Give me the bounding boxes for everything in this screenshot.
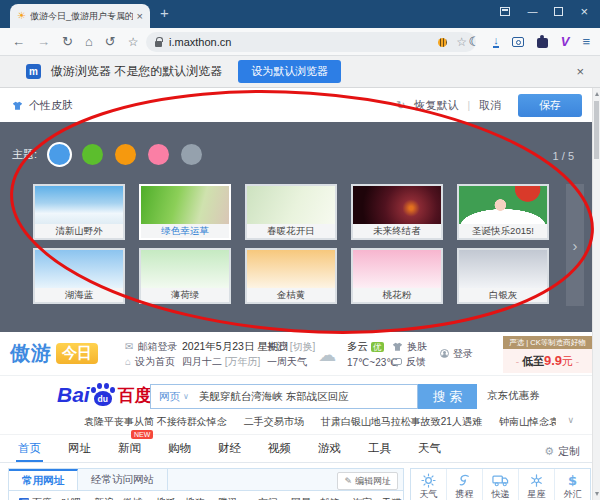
ad-banner[interactable]: 严选 | CK等制造商好物 - 低至9.9元 - <box>503 336 592 373</box>
bottom-tab[interactable]: 经常访问网站 <box>78 469 168 490</box>
nav-tab[interactable]: 工具 <box>368 441 391 456</box>
set-default-button[interactable]: 设为默认浏览器 <box>238 60 341 83</box>
maxthon-today-logo[interactable]: 傲游 今日 <box>10 340 98 367</box>
scroll-down-icon[interactable] <box>595 492 599 496</box>
cloud-icon: ☁ <box>318 344 336 366</box>
shirt-icon <box>12 101 23 110</box>
calendar-link[interactable]: [万年历] <box>225 356 261 367</box>
notification-close-icon[interactable]: × <box>576 64 584 79</box>
login-link[interactable]: 登录 <box>453 346 473 361</box>
skin-card[interactable]: 清新山野外 <box>33 184 125 240</box>
new-tab-button[interactable]: + <box>160 4 169 21</box>
week-weather-link[interactable]: 一周天气 <box>267 354 315 369</box>
nav-tab[interactable]: 首页 <box>18 441 41 456</box>
browser-tab[interactable]: ☀ 傲游今日_傲游用户专属的网址导 × <box>10 4 150 28</box>
home-icon[interactable]: ⌂ <box>85 34 93 49</box>
skin-card[interactable]: 绿色幸运草 <box>139 184 231 240</box>
scroll-up-icon[interactable] <box>595 92 599 96</box>
theme-color-dot-4[interactable] <box>148 144 169 165</box>
skin-card[interactable]: 薄荷绿 <box>139 248 231 304</box>
tab-close-icon[interactable]: × <box>137 10 143 22</box>
hot-search-link[interactable]: 袁隆平丧事从简 不接待群众悼念 <box>84 415 227 429</box>
address-bar[interactable]: i.maxthon.cn ☆ <box>146 32 476 52</box>
window-panel-icon[interactable] <box>500 7 510 16</box>
quick-link[interactable]: 搜狐 · 搜狗 <box>156 496 205 500</box>
theme-color-dot-2[interactable] <box>82 144 103 165</box>
skin-thumbnail <box>459 250 547 288</box>
window-close-button[interactable]: × <box>580 7 588 16</box>
feedback-link[interactable]: 反馈 <box>406 354 426 369</box>
favorites-star-icon[interactable]: ☆ <box>128 35 139 49</box>
customize-button[interactable]: ⚙ 定制 <box>544 444 580 459</box>
window-maximize-button[interactable] <box>554 7 563 16</box>
bookmark-star-icon[interactable]: ☆ <box>456 35 467 49</box>
tool-dollar[interactable]: $外汇 <box>555 469 590 500</box>
skin-card[interactable]: 圣诞快乐2015! <box>457 184 549 240</box>
screenshot-icon[interactable] <box>512 37 524 47</box>
jd-coupon-link[interactable]: 京东优惠券 <box>487 389 540 403</box>
mail-login-link[interactable]: 邮箱登录 <box>137 339 177 354</box>
vbox-icon[interactable]: V <box>561 34 570 49</box>
nav-tab[interactable]: 购物 <box>168 441 191 456</box>
skin-card[interactable]: 桃花粉 <box>351 248 443 304</box>
skin-card[interactable]: 金桔黄 <box>245 248 337 304</box>
skin-card[interactable]: 湖海蓝 <box>33 248 125 304</box>
night-mode-icon[interactable]: ☾ <box>469 34 481 49</box>
forward-icon[interactable]: → <box>37 34 50 49</box>
nav-tab[interactable]: 视频 <box>268 441 291 456</box>
search-scope-dropdown[interactable]: 网页∨ <box>159 390 189 404</box>
hot-search-link[interactable]: 甘肃白银山地马拉松事故致21人遇难 <box>321 415 482 429</box>
switch-city-link[interactable]: [切换] <box>290 341 316 352</box>
skin-card[interactable]: 白银灰 <box>457 248 549 304</box>
cancel-link[interactable]: 取消 <box>479 98 501 113</box>
bottom-tab[interactable]: 常用网址 <box>9 469 78 490</box>
set-home-link[interactable]: 设为首页 <box>135 354 175 369</box>
skin-label: 湖海蓝 <box>35 288 123 302</box>
baidu-logo[interactable]: Bai du 百度 <box>57 381 152 407</box>
theme-color-dot-5[interactable] <box>181 144 202 165</box>
edit-urls-button[interactable]: ✎ 编辑网址 <box>337 472 398 490</box>
hot-search-link[interactable]: 钟南山悼念袁隆平:天堂里好好休息 <box>499 415 556 429</box>
tool-zodiac[interactable]: 星座 <box>519 469 555 500</box>
change-skin-link[interactable]: 换肤 <box>407 339 427 354</box>
undo-icon[interactable]: ↺ <box>105 34 116 49</box>
bee-magic-fill-icon[interactable] <box>438 38 447 47</box>
nav-tab[interactable]: 新闻NEW <box>118 441 141 456</box>
quick-links-box: 常用网址经常访问网站 ✎ 编辑网址 百百度 · 贴吧新浪 · 微博搜狐 · 搜狗… <box>8 468 404 500</box>
save-button[interactable]: 保存 <box>518 94 582 117</box>
hot-expand-icon[interactable]: ∨ <box>567 415 574 425</box>
tool-sun[interactable]: 天气 <box>411 469 447 500</box>
extensions-puzzle-icon[interactable] <box>537 38 548 48</box>
page-scrollbar[interactable] <box>592 88 600 500</box>
quick-link[interactable]: 腾讯qq · 空间 <box>218 496 278 500</box>
nav-tab[interactable]: 游戏 <box>318 441 341 456</box>
search-input[interactable]: 网页∨ 美舰穿航台湾海峡 东部战区回应 <box>150 384 418 409</box>
theme-color-dot-1[interactable] <box>49 144 70 165</box>
skin-card[interactable]: 未来终结者 <box>351 184 443 240</box>
nav-tab[interactable]: 网址 <box>68 441 91 456</box>
tools-box: 天气携程快递星座$外汇 <box>410 468 591 500</box>
tool-ctrip[interactable]: 携程 <box>447 469 483 500</box>
nav-tab[interactable]: 财经 <box>218 441 241 456</box>
search-button[interactable]: 搜索 <box>418 384 477 409</box>
theme-color-dot-3[interactable] <box>115 144 136 165</box>
hot-search-link[interactable]: 二手交易市场 <box>244 415 304 429</box>
menu-icon[interactable]: ≡ <box>582 34 590 49</box>
skin-card[interactable]: 春暖花开日 <box>245 184 337 240</box>
restore-default-link[interactable]: 恢复默认 <box>414 98 458 113</box>
scrollbar-thumb[interactable] <box>594 101 599 159</box>
title-bar: ☀ 傲游今日_傲游用户专属的网址导 × + — × <box>0 0 600 28</box>
tool-truck[interactable]: 快递 <box>483 469 519 500</box>
back-icon[interactable]: ← <box>12 34 25 49</box>
skin-label: 金桔黄 <box>247 288 335 302</box>
reload-icon[interactable]: ↻ <box>62 34 73 49</box>
quick-link[interactable]: 百百度 · 贴吧 <box>19 496 81 500</box>
quick-link[interactable]: 网易 · 邮箱 <box>291 496 340 500</box>
nav-tab[interactable]: 天气 <box>418 441 441 456</box>
quick-link[interactable]: 新浪 · 微博 <box>94 496 143 500</box>
window-minimize-button[interactable]: — <box>527 7 537 16</box>
next-page-arrow[interactable]: › <box>566 184 584 306</box>
skin-thumbnail <box>35 186 123 224</box>
quick-link[interactable]: 淘宝 · 天猫 <box>353 496 402 500</box>
download-icon[interactable]: ↓ <box>493 36 499 48</box>
